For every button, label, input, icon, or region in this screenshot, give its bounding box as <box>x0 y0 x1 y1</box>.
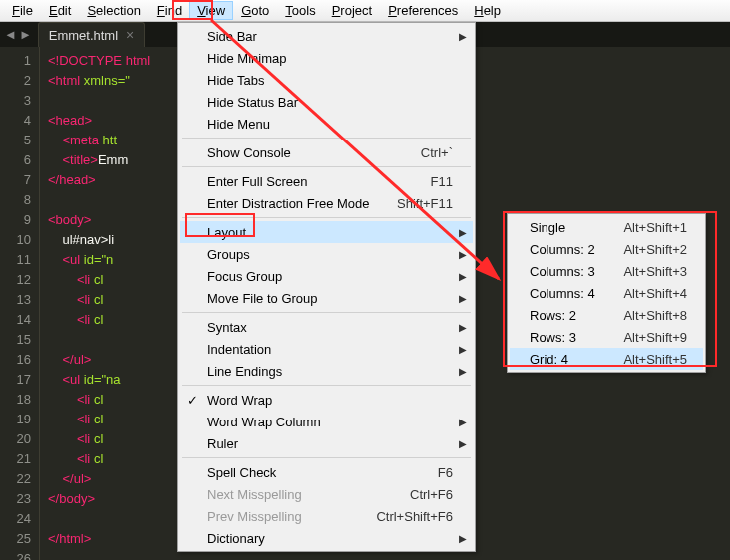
menu-item-side-bar[interactable]: Side Bar▶ <box>180 25 473 47</box>
menu-edit[interactable]: Edit <box>41 1 79 20</box>
submenu-arrow-icon: ▶ <box>459 293 467 304</box>
menubar: FileEditSelectionFindViewGotoToolsProjec… <box>0 0 730 22</box>
submenu-arrow-icon: ▶ <box>459 417 467 427</box>
menu-file[interactable]: File <box>4 1 41 20</box>
gutter: 1234567891011121314151617181920212223242… <box>0 47 40 560</box>
layout-submenu: SingleAlt+Shift+1Columns: 2Alt+Shift+2Co… <box>507 213 706 373</box>
submenu-arrow-icon: ▶ <box>459 31 467 42</box>
menu-item-word-wrap-column[interactable]: Word Wrap Column▶ <box>180 411 473 432</box>
view-menu: Side Bar▶Hide MinimapHide TabsHide Statu… <box>177 22 476 552</box>
submenu-arrow-icon: ▶ <box>459 344 467 355</box>
menu-item-line-endings[interactable]: Line Endings▶ <box>180 360 473 382</box>
submenu-arrow-icon: ▶ <box>459 249 467 260</box>
submenu-item-rows-2[interactable]: Rows: 2Alt+Shift+8 <box>510 304 703 326</box>
submenu-item-grid-4[interactable]: Grid: 4Alt+Shift+5 <box>510 348 703 370</box>
menu-item-prev-misspelling: Prev MisspellingCtrl+Shift+F6 <box>180 505 473 527</box>
menu-item-dictionary[interactable]: Dictionary▶ <box>180 527 473 549</box>
submenu-item-columns-3[interactable]: Columns: 3Alt+Shift+3 <box>510 260 703 282</box>
menu-item-hide-menu[interactable]: Hide Menu <box>180 113 473 135</box>
menu-item-show-console[interactable]: Show ConsoleCtrl+` <box>180 141 473 163</box>
menu-project[interactable]: Project <box>324 1 380 20</box>
menu-tools[interactable]: Tools <box>277 1 323 20</box>
menu-goto[interactable]: Goto <box>233 1 277 20</box>
submenu-item-rows-3[interactable]: Rows: 3Alt+Shift+9 <box>510 326 703 348</box>
submenu-arrow-icon: ▶ <box>459 271 467 282</box>
menu-item-next-misspelling: Next MisspellingCtrl+F6 <box>180 483 473 505</box>
menu-preferences[interactable]: Preferences <box>380 1 466 20</box>
menu-item-hide-tabs[interactable]: Hide Tabs <box>180 69 473 91</box>
menu-view[interactable]: View <box>189 1 233 20</box>
menu-item-word-wrap[interactable]: ✓Word Wrap <box>180 389 473 411</box>
menu-item-ruler[interactable]: Ruler▶ <box>180 432 473 454</box>
menu-item-enter-full-screen[interactable]: Enter Full ScreenF11 <box>180 170 473 192</box>
close-icon[interactable]: × <box>126 27 134 43</box>
submenu-item-single[interactable]: SingleAlt+Shift+1 <box>510 216 703 238</box>
menu-help[interactable]: Help <box>466 1 509 20</box>
menu-item-groups[interactable]: Groups▶ <box>180 243 473 265</box>
submenu-arrow-icon: ▶ <box>459 366 467 377</box>
menu-item-layout[interactable]: Layout▶ <box>180 221 473 243</box>
menu-selection[interactable]: Selection <box>79 1 148 20</box>
menu-item-spell-check[interactable]: Spell CheckF6 <box>180 461 473 483</box>
menu-find[interactable]: Find <box>149 1 189 20</box>
check-icon: ✓ <box>187 393 198 408</box>
nav-arrows[interactable]: ◄ ► <box>4 27 32 42</box>
submenu-arrow-icon: ▶ <box>459 227 467 238</box>
menu-item-syntax[interactable]: Syntax▶ <box>180 316 473 338</box>
forward-icon[interactable]: ► <box>19 27 32 42</box>
file-tab[interactable]: Emmet.html × <box>38 22 146 47</box>
submenu-arrow-icon: ▶ <box>459 438 467 449</box>
tab-label: Emmet.html <box>49 28 118 43</box>
submenu-item-columns-4[interactable]: Columns: 4Alt+Shift+4 <box>510 282 703 304</box>
submenu-arrow-icon: ▶ <box>459 533 467 544</box>
menu-item-focus-group[interactable]: Focus Group▶ <box>180 265 473 287</box>
back-icon[interactable]: ◄ <box>4 27 17 42</box>
menu-item-indentation[interactable]: Indentation▶ <box>180 338 473 360</box>
menu-item-hide-status-bar[interactable]: Hide Status Bar <box>180 91 473 113</box>
menu-item-move-file-to-group[interactable]: Move File to Group▶ <box>180 287 473 309</box>
submenu-item-columns-2[interactable]: Columns: 2Alt+Shift+2 <box>510 238 703 260</box>
menu-item-enter-distraction-free-mode[interactable]: Enter Distraction Free ModeShift+F11 <box>180 192 473 214</box>
submenu-arrow-icon: ▶ <box>459 322 467 333</box>
menu-item-hide-minimap[interactable]: Hide Minimap <box>180 47 473 69</box>
